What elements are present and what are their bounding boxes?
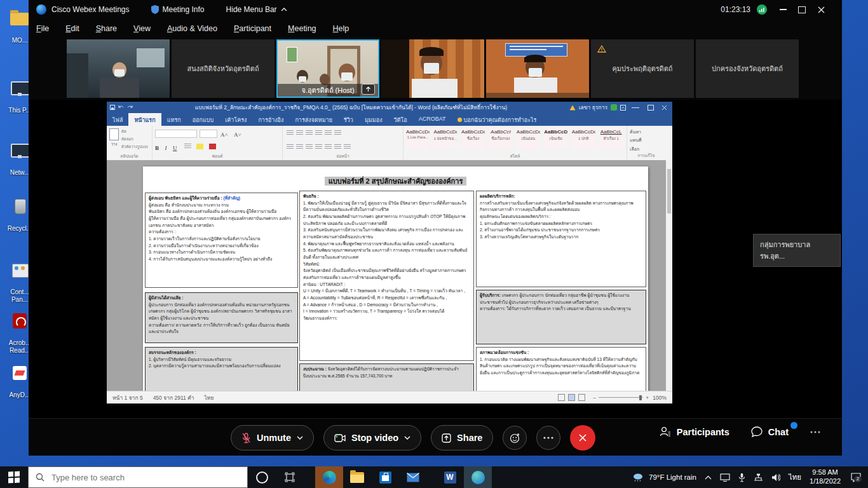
- word-tab-design[interactable]: ออกแบบ: [187, 113, 220, 126]
- increase-indent-icon[interactable]: [325, 130, 332, 136]
- read-mode-icon[interactable]: [558, 394, 565, 401]
- shrink-font-button[interactable]: A˅: [234, 132, 241, 138]
- word-tab-layout[interactable]: เค้าโครง: [219, 113, 252, 126]
- strikethrough-icon[interactable]: [184, 144, 191, 149]
- participant-video-3[interactable]: [381, 39, 484, 98]
- find-button[interactable]: ค้นหา: [630, 128, 663, 136]
- menu-audio-video[interactable]: Audio & Video: [167, 24, 217, 33]
- italic-button[interactable]: I: [165, 145, 166, 151]
- task-view-button[interactable]: [276, 466, 304, 488]
- language-indicator[interactable]: ไทย: [789, 471, 801, 483]
- shading-icon[interactable]: [334, 144, 341, 150]
- share-button[interactable]: Share: [431, 425, 493, 451]
- word-user-name[interactable]: เลขา ธุรการ: [579, 103, 607, 112]
- style-chip[interactable]: AaBbCcDd1 ปกติ: [572, 128, 595, 149]
- menu-edit[interactable]: Edit: [65, 24, 79, 33]
- save-icon[interactable]: [110, 105, 115, 110]
- clock[interactable]: 9:58 AM 1/18/2022: [810, 468, 841, 486]
- style-chip[interactable]: AaBbCcDdเน้นเข้ม: [544, 128, 567, 149]
- cut-button[interactable]: ตัด: [121, 128, 148, 135]
- action-center-button[interactable]: 2: [849, 470, 863, 484]
- style-chip[interactable]: AaBbCcDd1 List Para...: [406, 128, 430, 149]
- word-count[interactable]: 450 จาก 2911 คำ: [153, 393, 194, 402]
- borders-icon[interactable]: [344, 144, 351, 150]
- style-chip[interactable]: AaBbCcDdชื่อเรื่อง: [461, 128, 485, 149]
- redo-icon[interactable]: [127, 105, 133, 110]
- taskbar-webex-button[interactable]: [464, 466, 492, 488]
- align-center-icon[interactable]: [296, 144, 303, 150]
- word-tab-view[interactable]: มุมมอง: [359, 113, 388, 126]
- search-input[interactable]: [50, 472, 231, 483]
- underline-button[interactable]: U: [173, 145, 177, 151]
- multilevel-list-icon[interactable]: [306, 130, 313, 136]
- connection-quality-icon[interactable]: [757, 4, 767, 15]
- font-size-select[interactable]: [200, 130, 217, 138]
- align-right-icon[interactable]: [306, 144, 313, 150]
- font-color-icon[interactable]: [209, 144, 216, 149]
- highlight-color-icon[interactable]: [196, 144, 203, 149]
- undo-icon[interactable]: [118, 105, 124, 110]
- meeting-info-button[interactable]: Meeting Info: [151, 5, 205, 14]
- taskbar-edge-button[interactable]: [315, 466, 343, 488]
- sort-icon[interactable]: [334, 130, 341, 136]
- taskbar-store-button[interactable]: [371, 466, 399, 488]
- align-left-icon[interactable]: [287, 144, 294, 150]
- style-chip[interactable]: AaBbCcDd1 ย่อหน้าขอ...: [433, 128, 457, 149]
- line-spacing-icon[interactable]: [325, 144, 332, 150]
- word-tab-review[interactable]: รีวิว: [338, 113, 359, 126]
- taskbar-search[interactable]: [28, 466, 248, 488]
- maximize-button[interactable]: [792, 0, 811, 19]
- menu-meeting[interactable]: Meeting: [288, 24, 316, 33]
- paste-button[interactable]: วาง: [109, 128, 119, 151]
- font-name-select[interactable]: [155, 130, 197, 138]
- word-tab-mailings[interactable]: การส่งจดหมาย: [289, 113, 338, 126]
- word-minimize-button[interactable]: [632, 107, 639, 108]
- decrease-indent-icon[interactable]: [315, 130, 322, 136]
- hide-menu-bar-button[interactable]: Hide Menu Bar: [226, 5, 287, 14]
- zoom-level[interactable]: 100%: [653, 395, 667, 401]
- tell-me-box[interactable]: บอกฉันว่าคุณต้องการทำอะไร: [452, 113, 543, 126]
- word-tab-video[interactable]: วีดีโอ: [388, 113, 413, 126]
- participant-tile-name[interactable]: ปกครองจังหวัดอุตรดิตถ์: [696, 39, 799, 98]
- show-hidden-icons-chevron[interactable]: [705, 475, 712, 480]
- style-chip[interactable]: AaBbCcDcเน้นอ่อน: [517, 128, 540, 149]
- numbering-icon[interactable]: [296, 130, 303, 136]
- language-indicator[interactable]: ไทย: [205, 393, 214, 402]
- participant-video-host[interactable]: จ.อุตรดิตถ์ (Host): [276, 39, 379, 98]
- menu-file[interactable]: File: [36, 24, 49, 33]
- chat-button[interactable]: Chat: [751, 426, 789, 437]
- participant-video-4[interactable]: [486, 39, 589, 98]
- word-vertical-scrollbar[interactable]: [666, 160, 672, 391]
- print-layout-icon[interactable]: [568, 394, 575, 401]
- menu-share[interactable]: Share: [96, 24, 117, 33]
- zoom-in-button[interactable]: +: [646, 395, 649, 401]
- scrollbar-thumb[interactable]: [667, 169, 671, 214]
- close-button[interactable]: [811, 0, 831, 19]
- unmute-button[interactable]: Unmute: [231, 425, 314, 451]
- page-indicator[interactable]: หน้า 1 จาก 5: [112, 393, 143, 402]
- grow-font-button[interactable]: A˄: [220, 132, 228, 138]
- copy-button[interactable]: คัดลอก: [121, 135, 148, 143]
- network-icon[interactable]: [754, 473, 763, 481]
- menu-participant[interactable]: Participant: [234, 24, 271, 33]
- menu-help[interactable]: Help: [333, 24, 349, 33]
- style-chip[interactable]: AaBbCcIชื่อเรื่องรอง: [489, 128, 512, 149]
- participants-button[interactable]: Participants: [660, 426, 729, 437]
- taskbar-word-button[interactable]: W: [436, 466, 464, 488]
- taskbar-mail-button[interactable]: [399, 466, 427, 488]
- cortana-button[interactable]: [248, 466, 276, 488]
- word-tab-references[interactable]: การอ้างอิง: [252, 113, 289, 126]
- zoom-out-button[interactable]: −: [593, 395, 596, 401]
- volume-icon[interactable]: [771, 473, 780, 482]
- participant-video-1[interactable]: [67, 39, 170, 98]
- start-button[interactable]: [0, 466, 28, 488]
- menu-view[interactable]: View: [133, 24, 151, 33]
- bold-button[interactable]: B: [155, 145, 159, 151]
- cast-display-icon[interactable]: [720, 473, 730, 482]
- more-options-button[interactable]: [536, 426, 560, 450]
- taskbar-file-explorer-button[interactable]: [343, 466, 371, 488]
- more-panels-icon[interactable]: [810, 431, 820, 433]
- bullets-icon[interactable]: [287, 130, 294, 136]
- word-restore-button[interactable]: [648, 105, 654, 111]
- participant-tile-name[interactable]: คุมประพฤติอุตรดิตถ์: [591, 39, 694, 98]
